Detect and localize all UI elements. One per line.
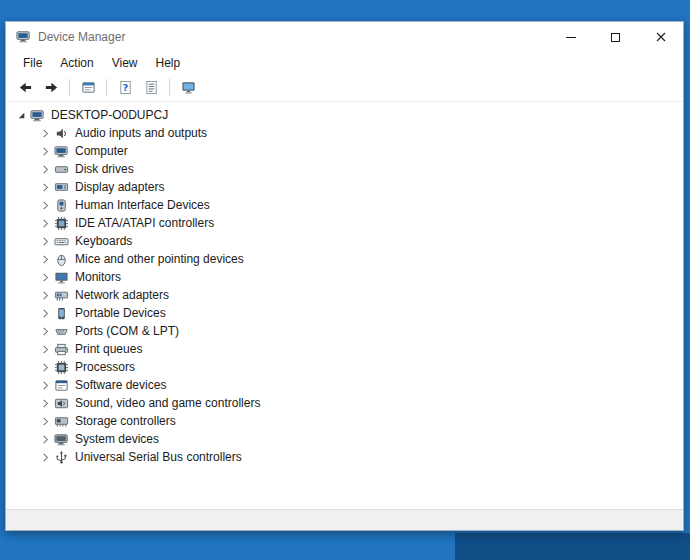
tree-item[interactable]: Computer <box>6 142 683 160</box>
tree-item[interactable]: IDE ATA/ATAPI controllers <box>6 214 683 232</box>
chevron-right-icon[interactable] <box>38 270 52 284</box>
tree-item[interactable]: Portable Devices <box>6 304 683 322</box>
minimize-button[interactable] <box>548 22 593 52</box>
tree-item-label: Portable Devices <box>73 306 168 320</box>
tree-item[interactable]: Audio inputs and outputs <box>6 124 683 142</box>
tree-item-label: Sound, video and game controllers <box>73 396 262 410</box>
tree-item[interactable]: Storage controllers <box>6 412 683 430</box>
chevron-right-icon[interactable] <box>38 450 52 464</box>
maximize-button[interactable] <box>593 22 638 52</box>
monitor-icon <box>54 270 69 285</box>
properties-icon <box>144 80 159 95</box>
tree-item[interactable]: Human Interface Devices <box>6 196 683 214</box>
software-device-icon <box>54 378 69 393</box>
chevron-right-icon[interactable] <box>38 378 52 392</box>
minimize-icon <box>566 37 576 38</box>
forward-button[interactable] <box>39 76 63 99</box>
menu-bar: File Action View Help <box>6 52 683 74</box>
printer-icon <box>54 342 69 357</box>
menu-help[interactable]: Help <box>147 54 190 72</box>
taskbar[interactable] <box>455 533 690 560</box>
chevron-right-icon[interactable] <box>38 180 52 194</box>
tree-item[interactable]: Keyboards <box>6 232 683 250</box>
tree-item[interactable]: Sound, video and game controllers <box>6 394 683 412</box>
chevron-right-icon[interactable] <box>38 198 52 212</box>
speaker-icon <box>54 126 69 141</box>
properties-button[interactable] <box>139 76 163 99</box>
chevron-right-icon[interactable] <box>38 306 52 320</box>
tree-item[interactable]: Print queues <box>6 340 683 358</box>
tree-item[interactable]: Disk drives <box>6 160 683 178</box>
chevron-right-icon[interactable] <box>38 360 52 374</box>
tree-item-label: Ports (COM & LPT) <box>73 324 181 338</box>
tree-item[interactable]: Mice and other pointing devices <box>6 250 683 268</box>
console-window-icon <box>81 80 96 95</box>
sound-controller-icon <box>54 396 69 411</box>
usb-controller-icon <box>54 450 69 465</box>
help-button[interactable]: ? <box>113 76 137 99</box>
close-button[interactable] <box>638 22 683 52</box>
toolbar-separator <box>169 79 170 96</box>
chevron-right-icon[interactable] <box>38 324 52 338</box>
chevron-right-icon[interactable] <box>38 216 52 230</box>
computer-icon <box>30 108 45 123</box>
chevron-right-icon[interactable] <box>38 432 52 446</box>
menu-view[interactable]: View <box>103 54 147 72</box>
network-adapter-icon <box>54 288 69 303</box>
menu-action[interactable]: Action <box>51 54 102 72</box>
tree-item[interactable]: Network adapters <box>6 286 683 304</box>
tree-item-label: Audio inputs and outputs <box>73 126 209 140</box>
menu-file[interactable]: File <box>14 54 51 72</box>
tree-item-label: Keyboards <box>73 234 134 248</box>
tree-item-label: Processors <box>73 360 137 374</box>
chevron-right-icon[interactable] <box>38 396 52 410</box>
tree-item[interactable]: Software devices <box>6 376 683 394</box>
close-icon <box>656 32 666 42</box>
window-title: Device Manager <box>38 30 548 44</box>
chevron-right-icon[interactable] <box>38 144 52 158</box>
display-adapter-icon <box>54 180 69 195</box>
svg-text:?: ? <box>122 82 127 93</box>
portable-device-icon <box>54 306 69 321</box>
chevron-right-icon[interactable] <box>38 252 52 266</box>
keyboard-icon <box>54 234 69 249</box>
tree-item-label: Disk drives <box>73 162 136 176</box>
chevron-right-icon[interactable] <box>38 288 52 302</box>
chevron-right-icon[interactable] <box>38 162 52 176</box>
title-bar[interactable]: Device Manager <box>6 22 683 52</box>
tree-item-label: Human Interface Devices <box>73 198 212 212</box>
computer-icon <box>54 144 69 159</box>
tree-item[interactable]: Processors <box>6 358 683 376</box>
status-bar <box>6 509 683 530</box>
console-window-button[interactable] <box>76 76 100 99</box>
toolbar: ? <box>6 74 683 102</box>
disk-drive-icon <box>54 162 69 177</box>
tree-item[interactable]: Display adapters <box>6 178 683 196</box>
chevron-right-icon[interactable] <box>38 414 52 428</box>
tree-item-label: Print queues <box>73 342 144 356</box>
scan-monitor-icon <box>181 80 196 95</box>
chevron-expanded-icon[interactable] <box>14 108 28 122</box>
mouse-icon <box>54 252 69 267</box>
tree-root-label: DESKTOP-O0DUPCJ <box>49 108 170 122</box>
scan-hardware-button[interactable] <box>176 76 200 99</box>
tree-root-item[interactable]: DESKTOP-O0DUPCJ <box>6 106 683 124</box>
toolbar-separator <box>106 79 107 96</box>
tree-item-label: System devices <box>73 432 161 446</box>
ports-icon <box>54 324 69 339</box>
tree-item[interactable]: Monitors <box>6 268 683 286</box>
tree-item[interactable]: Ports (COM & LPT) <box>6 322 683 340</box>
tree-item[interactable]: System devices <box>6 430 683 448</box>
maximize-icon <box>611 33 620 42</box>
processor-icon <box>54 360 69 375</box>
back-button[interactable] <box>13 76 37 99</box>
chevron-right-icon[interactable] <box>38 342 52 356</box>
chevron-right-icon[interactable] <box>38 126 52 140</box>
tree-item-label: Computer <box>73 144 130 158</box>
toolbar-separator <box>69 79 70 96</box>
tree-item[interactable]: Universal Serial Bus controllers <box>6 448 683 466</box>
storage-controller-icon <box>54 414 69 429</box>
chevron-right-icon[interactable] <box>38 234 52 248</box>
tree-item-label: Network adapters <box>73 288 171 302</box>
tree-item-label: Universal Serial Bus controllers <box>73 450 244 464</box>
